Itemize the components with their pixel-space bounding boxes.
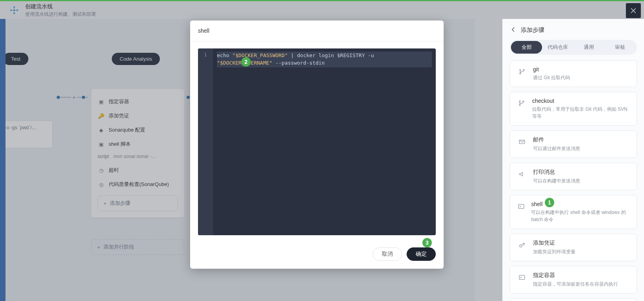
panel-title: 添加步骤	[521, 26, 544, 34]
code-editor[interactable]: 1 echo "$DOCKER_PASSWORD" | docker login…	[198, 48, 436, 235]
megaphone-icon	[516, 169, 527, 180]
step-title: checkout	[532, 98, 630, 104]
branch-icon	[516, 66, 527, 77]
step-desc: 可以通过邮件发送消息	[533, 145, 580, 152]
terminal-icon	[516, 201, 526, 212]
step-item-credential[interactable]: 添加凭证 加载凭证到环境变量	[510, 234, 637, 261]
step-title: 邮件	[533, 136, 580, 143]
step-item-container[interactable]: 指定容器 指定容器，可添加嵌套任务在容器内执行	[510, 266, 637, 294]
confirm-button[interactable]: 确定	[407, 247, 436, 261]
tab-all[interactable]: 全部	[511, 41, 542, 54]
callout-badge-1: 1	[545, 198, 554, 207]
svg-point-11	[520, 69, 521, 71]
step-desc: 可以在构建中执行 shell 命令或者 windows 的 batch 命令	[531, 209, 630, 223]
svg-point-15	[519, 104, 520, 106]
step-desc: 通过 Git 拉取代码	[533, 74, 570, 81]
svg-point-14	[519, 101, 520, 102]
editor-textarea[interactable]: echo "$DOCKER_PASSWORD" | docker login $…	[213, 48, 436, 235]
modal-title: shell	[190, 20, 444, 41]
chevron-left-icon	[510, 26, 517, 33]
step-item-shell[interactable]: shell 可以在构建中执行 shell 命令或者 windows 的 batc…	[510, 195, 637, 229]
step-item-echo[interactable]: 打印消息 可以在构建中发送消息	[510, 163, 637, 190]
terminal-icon	[516, 272, 527, 283]
step-item-git[interactable]: git 通过 Git 拉取代码	[510, 60, 637, 87]
step-item-checkout[interactable]: checkout 拉取代码，常用于拉取非 Git 代码，例如 SVN 等等	[510, 92, 637, 126]
callout-badge-2: 2	[241, 57, 251, 67]
tab-review[interactable]: 审核	[605, 41, 636, 54]
tab-common[interactable]: 通用	[574, 41, 605, 54]
step-desc: 加载凭证到环境变量	[533, 248, 576, 255]
step-item-mail[interactable]: 邮件 可以通过邮件发送消息	[510, 130, 637, 158]
mail-icon	[516, 136, 527, 147]
tab-repo[interactable]: 代码仓库	[542, 41, 573, 54]
step-picker-panel: 添加步骤 全部 代码仓库 通用 审核 git 通过 Git 拉取代码 check…	[502, 19, 644, 301]
shell-editor-modal: shell 1 echo "$DOCKER_PASSWORD" | docker…	[190, 20, 444, 269]
svg-point-12	[520, 73, 521, 74]
branch-icon	[516, 98, 527, 109]
step-category-tabs: 全部 代码仓库 通用 审核	[510, 40, 637, 55]
editor-gutter: 1	[198, 48, 213, 235]
step-desc: 指定容器，可添加嵌套任务在容器内执行	[533, 281, 618, 288]
svg-rect-18	[518, 204, 524, 209]
step-title: 打印消息	[533, 169, 580, 176]
step-title: git	[533, 66, 570, 72]
modal-footer: 3 取消 确定	[190, 242, 444, 269]
step-desc: 可以在构建中发送消息	[533, 177, 580, 184]
cancel-button[interactable]: 取消	[373, 247, 402, 261]
step-title: 指定容器	[533, 272, 618, 279]
step-desc: 拉取代码，常用于拉取非 Git 代码，例如 SVN 等等	[532, 106, 630, 120]
callout-badge-3: 3	[422, 238, 432, 247]
svg-point-19	[520, 245, 522, 247]
modal-body: 1 echo "$DOCKER_PASSWORD" | docker login…	[190, 41, 444, 242]
svg-point-13	[523, 69, 524, 71]
step-item-archive[interactable]: 保存制品	[510, 298, 637, 301]
step-list: git 通过 Git 拉取代码 checkout 拉取代码，常用于拉取非 Git…	[510, 60, 637, 301]
key-icon	[516, 240, 527, 251]
step-title: 添加凭证	[533, 240, 576, 247]
back-button[interactable]	[510, 26, 517, 34]
svg-point-16	[523, 101, 524, 102]
svg-rect-20	[519, 275, 525, 280]
